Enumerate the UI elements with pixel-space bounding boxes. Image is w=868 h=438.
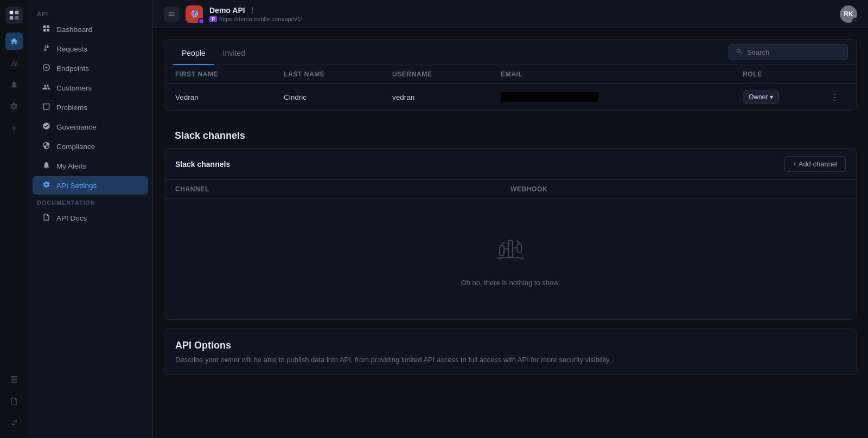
- cell-username: vedran: [392, 93, 501, 101]
- api-badge: [198, 18, 205, 24]
- svg-rect-7: [517, 243, 521, 252]
- sidebar-item-api-settings[interactable]: API Settings: [33, 176, 148, 195]
- svg-point-4: [45, 67, 47, 69]
- people-table-header: First Name Last Name Username Email Role: [164, 65, 857, 84]
- endpoints-icon: [41, 63, 51, 73]
- cell-first-name: Vedran: [175, 93, 284, 101]
- api-url: P https://demo.treblle.com/api/v1/: [209, 16, 302, 22]
- sidebar-item-compliance[interactable]: Compliance: [33, 137, 148, 156]
- rail-icon-plus[interactable]: [5, 119, 23, 137]
- dashboard-icon: [41, 24, 51, 34]
- sidebar-item-label: API Settings: [56, 182, 97, 190]
- user-avatar[interactable]: RK: [840, 5, 857, 23]
- col-channel: Channel: [175, 185, 510, 193]
- requests-icon: [41, 44, 51, 54]
- icon-rail: [0, 0, 28, 438]
- sidebar: API Dashboard Requests Endpoints Custome…: [28, 0, 153, 438]
- search-icon: [736, 48, 743, 56]
- people-search-box: [729, 44, 848, 60]
- slack-card-title: Slack channels: [175, 160, 230, 169]
- svg-rect-6: [500, 246, 504, 256]
- sidebar-section-docs: Documentation: [28, 195, 152, 208]
- my-alerts-icon: [41, 161, 51, 171]
- api-icon: 🔮: [186, 5, 203, 23]
- governance-icon: [41, 122, 51, 132]
- sidebar-item-label: Compliance: [56, 143, 95, 151]
- sidebar-item-label: API Docs: [56, 214, 87, 222]
- avatar-status-dot: [852, 18, 858, 23]
- api-options-section: API Options Describe your owner will be …: [164, 328, 857, 375]
- customers-icon: [41, 83, 51, 93]
- content-area: People Invited First Name Last Name User…: [153, 28, 868, 438]
- table-row: Vedran Cindric vedran Owner ▾ ⋮: [164, 84, 857, 110]
- people-tabs: People Invited: [164, 40, 857, 65]
- main-content: 🔮 Demo API ⋮ P https://demo.treblle.com/…: [153, 0, 868, 438]
- problems-icon: [41, 102, 51, 112]
- sidebar-item-governance[interactable]: Governance: [33, 118, 148, 136]
- rail-icon-analytics[interactable]: [5, 54, 23, 72]
- email-redacted: [501, 92, 598, 102]
- svg-rect-2: [9, 16, 13, 20]
- api-options-description: Describe your owner will be able to publ…: [175, 356, 846, 364]
- api-settings-icon: [41, 181, 51, 190]
- slack-empty-text: Oh no, there is nothing to show.: [461, 279, 560, 287]
- api-options-title: API Options: [175, 340, 846, 351]
- svg-rect-0: [9, 11, 13, 15]
- slack-section: Slack channels Slack channels + Add chan…: [164, 119, 857, 320]
- add-channel-button[interactable]: + Add channel: [784, 156, 846, 172]
- col-username: Username: [392, 70, 501, 78]
- sidebar-item-my-alerts[interactable]: My Alerts: [33, 157, 148, 175]
- sidebar-section-api: API: [28, 7, 152, 20]
- slack-empty-state: Oh no, there is nothing to show.: [164, 199, 857, 319]
- sidebar-item-label: My Alerts: [56, 162, 87, 170]
- col-role: Role: [743, 70, 824, 78]
- svg-rect-3: [15, 16, 18, 20]
- rail-icon-table[interactable]: [5, 371, 23, 388]
- api-name: Demo API ⋮: [209, 6, 302, 15]
- rail-icon-arrows[interactable]: [5, 414, 23, 431]
- sidebar-item-label: Endpoints: [56, 65, 89, 73]
- cell-last-name: Cindric: [284, 93, 392, 101]
- app-logo[interactable]: [5, 7, 23, 24]
- topbar: 🔮 Demo API ⋮ P https://demo.treblle.com/…: [153, 0, 868, 28]
- role-dropdown[interactable]: Owner ▾: [743, 91, 779, 104]
- row-menu-button[interactable]: ⋮: [824, 92, 846, 102]
- cell-menu: ⋮: [824, 92, 846, 102]
- tab-people[interactable]: People: [173, 42, 214, 65]
- sidebar-item-label: Dashboard: [56, 25, 92, 34]
- svg-rect-5: [508, 240, 513, 257]
- topbar-title: Demo API ⋮ P https://demo.treblle.com/ap…: [209, 6, 302, 22]
- sidebar-item-dashboard[interactable]: Dashboard: [33, 20, 148, 38]
- cell-role: Owner ▾: [743, 91, 824, 104]
- sidebar-item-problems[interactable]: Problems: [33, 98, 148, 117]
- col-first-name: First Name: [175, 70, 284, 78]
- sidebar-item-api-docs[interactable]: API Docs: [33, 209, 148, 227]
- sidebar-item-requests[interactable]: Requests: [33, 40, 148, 58]
- rail-icon-bell[interactable]: [5, 76, 23, 93]
- sidebar-item-label: Problems: [56, 104, 87, 112]
- svg-rect-1: [15, 11, 18, 15]
- search-input[interactable]: [747, 48, 841, 56]
- col-actions: [824, 70, 846, 78]
- slack-table-header: Channel Webhook: [164, 180, 857, 199]
- rail-icon-home[interactable]: [5, 33, 23, 50]
- col-last-name: Last Name: [284, 70, 392, 78]
- sidebar-item-label: Customers: [56, 84, 92, 92]
- rail-icon-doc[interactable]: [5, 392, 23, 410]
- sidebar-item-endpoints[interactable]: Endpoints: [33, 59, 148, 78]
- rail-icon-settings[interactable]: [5, 98, 23, 115]
- cell-email: [501, 92, 743, 102]
- sidebar-toggle-button[interactable]: [164, 7, 179, 22]
- col-webhook: Webhook: [510, 185, 846, 193]
- tab-invited[interactable]: Invited: [214, 42, 254, 65]
- sidebar-item-customers[interactable]: Customers: [33, 79, 148, 97]
- col-email: Email: [501, 70, 743, 78]
- slack-card-header: Slack channels + Add channel: [164, 149, 857, 180]
- slack-section-title: Slack channels: [164, 119, 857, 148]
- sidebar-item-label: Governance: [56, 123, 97, 131]
- compliance-icon: [41, 141, 51, 151]
- empty-state-icon: [493, 231, 528, 272]
- api-docs-icon: [41, 213, 51, 223]
- sidebar-item-label: Requests: [56, 45, 87, 53]
- slack-card: Slack channels + Add channel Channel Web…: [164, 148, 857, 320]
